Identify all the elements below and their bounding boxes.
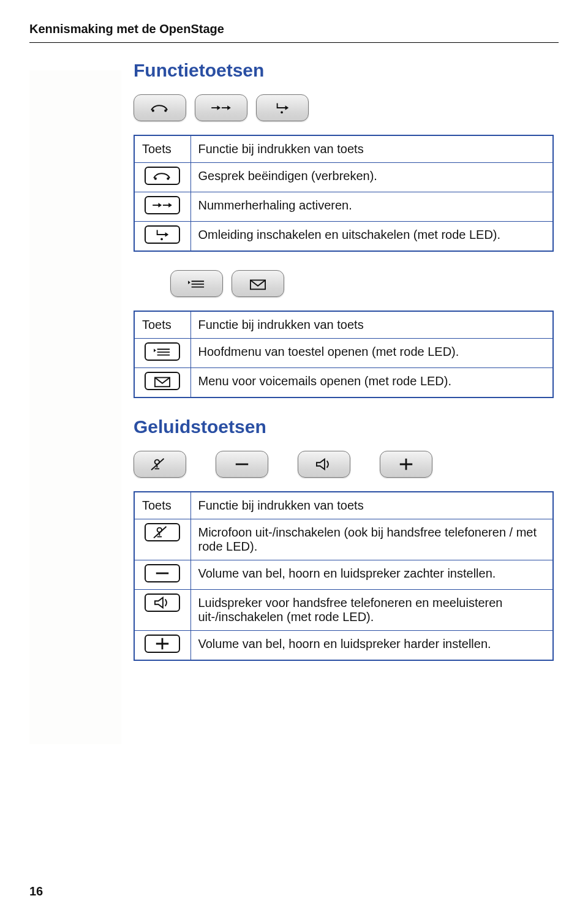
geluidstoetsen-key-image [134,451,554,478]
functietoetsen-key-image-2 [170,270,554,297]
release-icon [145,167,180,185]
row-text: Hoofdmenu van toestel openen (met rode L… [190,339,553,368]
speaker-icon [145,593,180,612]
mute-icon [145,523,180,541]
table-row: Volume van bel, hoorn en luidspreker zac… [134,560,553,590]
row-text: Gesprek beëindigen (verbreken). [190,163,553,192]
table-head-toets: Toets [134,135,190,163]
mail-key-icon [232,270,284,297]
geluidstoetsen-table: Toets Functie bij indrukken van toets Mi… [134,491,554,661]
forward-key-icon [256,94,309,121]
section-title-geluidstoetsen: Geluidstoetsen [134,416,554,437]
functietoetsen-key-image-1 [134,94,554,121]
table-row: Menu voor voicemails openen (met rode LE… [134,368,553,398]
plus-icon [145,635,180,653]
minus-key-icon [216,451,268,478]
row-text: Omleiding inschakelen en uitschakelen (m… [190,222,553,252]
table-row: Microfoon uit-/inschakelen (ook bij hand… [134,519,553,560]
minus-icon [145,564,180,582]
mail-icon [145,372,180,390]
table-row: Omleiding inschakelen en uitschakelen (m… [134,222,553,252]
plus-key-icon [380,451,432,478]
table-row: Nummerherhaling activeren. [134,192,553,222]
menu-key-icon [170,270,223,297]
row-text: Menu voor voicemails openen (met rode LE… [190,368,553,398]
forward-icon [145,225,180,244]
section-title-functietoetsen: Functietoetsen [134,60,554,81]
mute-key-icon [134,451,186,478]
release-key-icon [134,94,186,121]
table-row: Volume van bel, hoorn en luidspreker har… [134,631,553,661]
row-text: Volume van bel, hoorn en luidspreker har… [190,631,553,661]
table-row: Luidspreker voor handsfree telefoneren e… [134,590,553,631]
redial-icon [145,196,180,214]
table-head-functie: Functie bij indrukken van toets [190,492,553,519]
row-text: Microfoon uit-/inschakelen (ook bij hand… [190,519,553,560]
row-text: Nummerherhaling activeren. [190,192,553,222]
row-text: Volume van bel, hoorn en luidspreker zac… [190,560,553,590]
table-head-toets: Toets [134,311,190,339]
row-text: Luidspreker voor handsfree telefoneren e… [190,590,553,631]
table-row: Hoofdmenu van toestel openen (met rode L… [134,339,553,368]
redial-key-icon [195,94,247,121]
margin-column [29,70,121,744]
speaker-key-icon [298,451,350,478]
page-header: Kennismaking met de OpenStage [29,22,559,43]
table-head-functie: Functie bij indrukken van toets [190,135,553,163]
functietoetsen-table-2: Toets Functie bij indrukken van toets Ho… [134,311,554,398]
functietoetsen-table-1: Toets Functie bij indrukken van toets Ge… [134,135,554,252]
table-row: Gesprek beëindigen (verbreken). [134,163,553,192]
menu-icon [145,342,180,361]
table-head-functie: Functie bij indrukken van toets [190,311,553,339]
table-head-toets: Toets [134,492,190,519]
page-number: 16 [29,884,43,899]
